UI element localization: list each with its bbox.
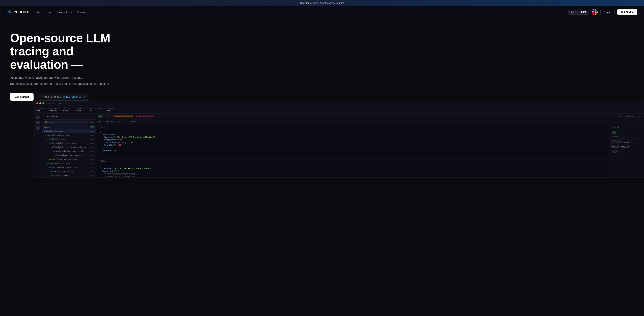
trace-row-8[interactable]: BaseSynthesizer.synthesize 0.46s — [42, 161, 96, 165]
trace-row-10[interactable]: TokenTextSplitter.split_text 4.63ms — [42, 169, 96, 173]
trace-name-2: BaseRetriever.retrieve — [50, 138, 89, 140]
trace-row-4[interactable]: VectorIndexRetriever.get_query_embedding… — [42, 145, 96, 149]
hero-subtitle1: Accelerate your AI development with powe… — [10, 75, 128, 80]
tab-events[interactable]: Events — [129, 119, 139, 124]
get-started-hero-button[interactable]: Get started — [10, 93, 34, 101]
sidebar-icon-2[interactable] — [36, 121, 40, 124]
dashboard-preview: projects > demo_llama_index Total Traces… — [34, 101, 644, 177]
tab-info[interactable]: Info — [96, 119, 104, 124]
trace-duration-1: 0.90s — [90, 134, 94, 136]
nav-item-integrations[interactable]: Integrations — [58, 11, 72, 14]
trace-status-row: Status OK — [42, 125, 96, 129]
trace-duration-10: 4.63ms — [88, 171, 94, 172]
qa-correctness-badge: Q/A Correctness: incorrect — [135, 115, 155, 117]
trace-duration-0: 0.91s — [90, 130, 94, 132]
nav-left: PHOENIX Docs Learn Integrations Pricing — [7, 10, 85, 15]
github-icon — [571, 11, 574, 14]
trace-duration-9: 0.46s — [90, 167, 94, 168]
trace-panel-header: Trace Details — [42, 114, 96, 120]
dashboard-sidebar — [34, 114, 42, 177]
status-ok-label: OK — [612, 131, 616, 134]
navbar: PHOENIX Docs Learn Integrations Pricing … — [0, 6, 644, 18]
copy-icon[interactable]: ⎘ — [84, 95, 86, 98]
trace-name-10: TokenTextSplitter.split_text — [54, 170, 88, 172]
nav-item-pricing[interactable]: Pricing — [77, 11, 85, 14]
trace-row-9[interactable]: CompactAndRefine.get_response 0.46s — [42, 165, 96, 169]
sidebar-icon-3[interactable] — [36, 126, 40, 130]
trace-name-9: CompactAndRefine.get_response — [52, 166, 89, 168]
trace-dot-2 — [48, 139, 48, 140]
github-star-button[interactable]: Star 4,360 — [568, 10, 589, 15]
end-time-row: End Time 10/23/2024 08:56:35 AM — [612, 145, 642, 148]
trace-name-1: RetrieverQueryEngine._query — [48, 134, 89, 136]
trace-dot-0 — [44, 131, 45, 132]
end-time-label: End Time — [612, 145, 642, 146]
signin-button[interactable]: Sign in — [600, 9, 615, 15]
dashboard-breadcrumb: projects > demo_llama_index — [48, 102, 72, 104]
trace-dot-3 — [50, 143, 50, 144]
sidebar-icon-1[interactable] — [36, 116, 40, 119]
end-time-value: 10/23/2024 08:56:35 AM — [612, 146, 642, 148]
trace-row-3[interactable]: RetrieverIndexRetriever._retrieve 0.23s — [42, 141, 96, 145]
status-value-row: OK — [612, 131, 642, 134]
trace-row-1[interactable]: RetrieverQueryEngine._query 0.90s — [42, 133, 96, 137]
pip-command-text: pip install — [44, 96, 61, 98]
output-code-block: { "response": "You can use gRPC for trac… — [98, 163, 608, 177]
hero-actions: Get started > pip install arize-phoenix … — [10, 93, 128, 101]
stat-latency-p50: Latency P50 1.44s — [63, 108, 72, 112]
input-header: ▼ Input — [98, 126, 608, 128]
trace-name-0: BaseQueryEngine.query — [46, 130, 89, 132]
trace-duration-6: 0.17s — [90, 154, 94, 156]
announcement-text: Register for our AI Agent Mastery Course… — [300, 2, 344, 4]
trace-row-0[interactable]: BaseQueryEngine.query 0.91s — [42, 129, 96, 133]
input-code-block: { "query_bundle": { "query_str": "Can I … — [98, 129, 608, 156]
content-area: Open-source LLM tracing and evaluation —… — [0, 18, 644, 111]
logo-text: PHOENIX — [14, 10, 29, 14]
hallucination-badge: hallucination: hallucinatated — [113, 115, 134, 117]
phoenix-logo-icon — [7, 10, 12, 15]
trace-dot-6 — [56, 155, 56, 156]
trace-row-6[interactable]: OpenAIEmbedding.get_query_emb... 0.17s — [42, 153, 96, 157]
trace-dot-7 — [50, 159, 50, 160]
start-time-label: Start Time — [612, 140, 642, 141]
pip-install-command[interactable]: > pip install arize-phoenix ⎘ — [38, 93, 89, 101]
trace-tag-kind[interactable]: kind — [89, 121, 94, 123]
get-started-nav-button[interactable]: Get Started — [617, 9, 637, 15]
nav-right: Star 4,360 Sign in Get Started — [568, 9, 637, 15]
trace-filter-input[interactable] — [44, 121, 88, 124]
trace-row-7[interactable]: CohereRerank._postprocess_nodes 0.48s — [42, 157, 96, 161]
trace-duration-7: 0.48s — [90, 159, 94, 160]
start-time-row: Start Time 10/23/2024 08:56:34 AM — [612, 140, 642, 143]
dashboard-visual-wrapper: projects > demo_llama_index Total Traces… — [0, 101, 644, 177]
trace-duration-2: 0.24s — [90, 138, 94, 140]
trace-duration-3: 0.23s — [90, 142, 94, 144]
pip-prompt: > — [41, 96, 42, 98]
trace-dot-9 — [50, 167, 50, 168]
trace-dot-5 — [54, 151, 54, 152]
latency-label: Latency — [612, 149, 642, 151]
tab-attributes[interactable]: Attributes — [116, 119, 129, 124]
input-section: ▼ Input { "query_bundle": { "query_str":… — [96, 124, 610, 158]
trace-row-5[interactable]: BaseEmbedding.get_query_embedd... 0.18s — [42, 149, 96, 153]
slack-icon[interactable] — [592, 9, 598, 15]
logo-link[interactable]: PHOENIX — [7, 10, 29, 15]
start-time-value: 10/23/2024 08:56:34 AM — [612, 141, 642, 143]
nav-item-learn[interactable]: Learn — [46, 11, 53, 14]
announcement-bar: Register for our AI Agent Mastery Course… — [0, 0, 644, 6]
nav-links: Docs Learn Integrations Pricing — [36, 11, 85, 14]
right-metadata-panel: Status OK Timing Start Time 10/23/2024 0… — [610, 124, 644, 177]
trace-row-2[interactable]: BaseRetriever.retrieve 0.24s — [42, 137, 96, 141]
timing-section-header: Timing — [612, 136, 642, 139]
stat-total-traces: Total Traces 400 — [36, 108, 46, 112]
tab-feedback[interactable]: Feedback — [104, 119, 116, 124]
retriever-query-engine-label: RetrieverQueryEngine._query — [619, 115, 642, 117]
trace-toolbar: kind — [42, 120, 96, 125]
trace-row-11[interactable]: Refine.get_response 0.45s — [42, 173, 96, 177]
github-star-count: 4,360 — [580, 11, 586, 14]
trace-name-11: Refine.get_response — [54, 174, 89, 176]
trace-name-6: OpenAIEmbedding.get_query_emb... — [58, 154, 89, 156]
trace-duration-8: 0.46s — [90, 163, 94, 164]
nav-item-docs[interactable]: Docs — [36, 11, 41, 14]
trace-name-7: CohereRerank._postprocess_nodes — [52, 158, 89, 160]
code-panels: ▼ Input { "query_bundle": { "query_str":… — [96, 124, 610, 177]
